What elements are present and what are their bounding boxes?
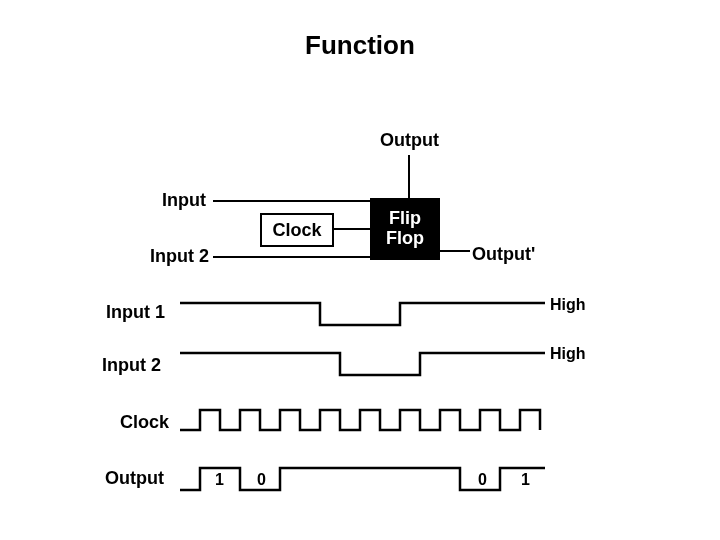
wave-input2 (180, 353, 545, 375)
wave-clock (180, 410, 540, 430)
wave-output (180, 468, 545, 490)
timing-waveforms (0, 0, 720, 540)
wave-input1 (180, 303, 545, 325)
